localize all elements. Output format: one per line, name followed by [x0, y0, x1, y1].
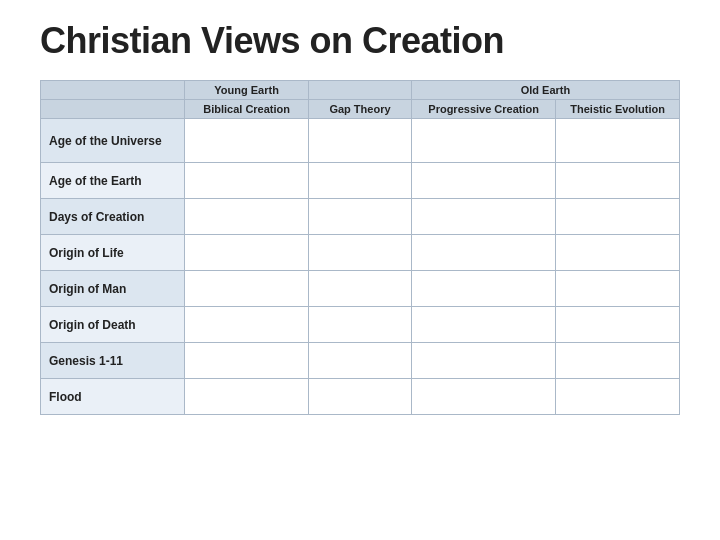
row-cell — [556, 343, 680, 379]
row-cell — [412, 379, 556, 415]
row-label: Origin of Life — [41, 235, 185, 271]
table-row: Age of the Earth — [41, 163, 680, 199]
header-old-earth: Old Earth — [412, 81, 680, 100]
header-row-sub: Biblical Creation Gap Theory Progressive… — [41, 100, 680, 119]
row-cell — [185, 199, 309, 235]
row-cell — [308, 163, 411, 199]
page-title: Christian Views on Creation — [40, 20, 680, 62]
row-cell — [412, 163, 556, 199]
header-gap-theory: Gap Theory — [308, 100, 411, 119]
table-row: Days of Creation — [41, 199, 680, 235]
main-table: Young Earth Old Earth Biblical Creation … — [40, 80, 680, 415]
table-row: Origin of Life — [41, 235, 680, 271]
row-cell — [412, 235, 556, 271]
row-cell — [308, 199, 411, 235]
row-cell — [185, 235, 309, 271]
row-label: Age of the Universe — [41, 119, 185, 163]
row-cell — [308, 271, 411, 307]
row-cell — [556, 119, 680, 163]
header-empty-top — [41, 81, 185, 100]
header-young-earth: Young Earth — [185, 81, 309, 100]
row-cell — [412, 119, 556, 163]
row-cell — [556, 235, 680, 271]
row-cell — [556, 379, 680, 415]
row-cell — [412, 271, 556, 307]
page-container: Christian Views on Creation Young Earth … — [0, 0, 720, 540]
table-wrapper: Young Earth Old Earth Biblical Creation … — [40, 80, 680, 415]
row-cell — [308, 119, 411, 163]
table-row: Flood — [41, 379, 680, 415]
row-cell — [185, 271, 309, 307]
row-label: Days of Creation — [41, 199, 185, 235]
header-label-empty — [41, 100, 185, 119]
row-cell — [308, 235, 411, 271]
row-cell — [556, 307, 680, 343]
row-cell — [308, 307, 411, 343]
header-gap-empty — [308, 81, 411, 100]
row-label: Origin of Death — [41, 307, 185, 343]
row-label: Genesis 1-11 — [41, 343, 185, 379]
table-row: Origin of Death — [41, 307, 680, 343]
row-cell — [185, 119, 309, 163]
table-body: Age of the UniverseAge of the EarthDays … — [41, 119, 680, 415]
table-row: Genesis 1-11 — [41, 343, 680, 379]
table-row: Origin of Man — [41, 271, 680, 307]
row-cell — [556, 199, 680, 235]
row-cell — [185, 163, 309, 199]
row-cell — [556, 163, 680, 199]
row-cell — [185, 379, 309, 415]
row-cell — [185, 343, 309, 379]
header-row-top: Young Earth Old Earth — [41, 81, 680, 100]
row-cell — [185, 307, 309, 343]
row-label: Flood — [41, 379, 185, 415]
row-cell — [412, 343, 556, 379]
row-cell — [308, 379, 411, 415]
row-label: Age of the Earth — [41, 163, 185, 199]
header-biblical-creation: Biblical Creation — [185, 100, 309, 119]
header-progressive-creation: Progressive Creation — [412, 100, 556, 119]
row-cell — [412, 199, 556, 235]
row-cell — [556, 271, 680, 307]
header-theistic-evolution: Theistic Evolution — [556, 100, 680, 119]
row-cell — [308, 343, 411, 379]
row-label: Origin of Man — [41, 271, 185, 307]
table-row: Age of the Universe — [41, 119, 680, 163]
row-cell — [412, 307, 556, 343]
